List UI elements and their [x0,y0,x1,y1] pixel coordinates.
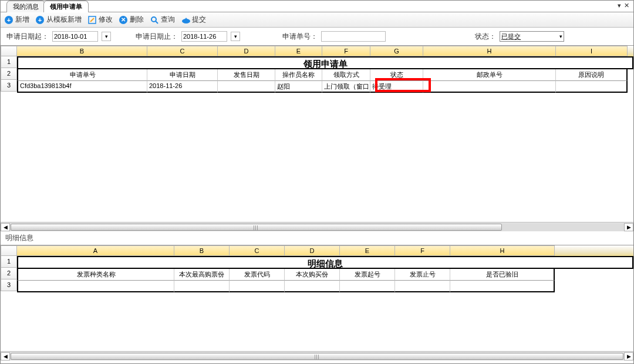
grid-corner[interactable] [1,46,17,56]
cloud-upload-icon [181,15,190,25]
hdr-order-no: 申请单号 [17,69,147,81]
col-header-H[interactable]: H [450,245,555,256]
scroll-track[interactable] [10,223,624,231]
cell-post-no[interactable] [423,81,556,93]
status-select[interactable]: 已提交 ▾ [500,31,564,42]
date-from-picker-icon[interactable]: ▾ [102,32,111,41]
query-button[interactable]: 查询 [150,15,175,25]
hdr-sale-date: 发售日期 [218,69,275,81]
row-header-1[interactable]: 1 [1,256,17,268]
hdr-operator: 操作员名称 [275,69,322,81]
delete-label: 删除 [130,15,144,25]
cell-empty[interactable] [340,281,395,292]
order-no-label: 申请单号： [282,32,318,42]
col-header-A[interactable]: A [17,245,174,256]
svg-point-1 [151,17,156,22]
delete-button[interactable]: ✕ 删除 [119,15,144,25]
hdr-invoice-code: 发票代码 [230,269,285,281]
cell-empty[interactable] [285,281,340,292]
add-button[interactable]: + 新增 [4,15,29,25]
grid-title: 领用申请单 [17,58,633,69]
date-from-input[interactable] [52,31,98,42]
col-header-E[interactable]: E [340,245,395,256]
tab-bar: 我的消息 领用申请单 ▾ ✕ [1,1,633,12]
hdr-verified: 是否已验旧 [450,269,555,281]
tab-my-messages[interactable]: 我的消息 [6,1,45,12]
cell-apply-date[interactable]: 2018-11-26 [147,81,218,93]
col-header-D[interactable]: D [285,245,340,256]
row-header-2[interactable]: 2 [1,68,17,80]
cell-pickup[interactable]: 上门领取（窗口） [322,81,370,93]
detail-grid-title: 明细信息 [17,257,633,269]
row-header-1[interactable]: 1 [1,56,17,68]
cell-sale-date[interactable] [218,81,275,93]
cell-empty[interactable] [450,281,555,292]
add-from-template-button[interactable]: + 从模板新增 [35,15,82,25]
date-to-picker-icon[interactable]: ▾ [231,32,240,41]
cell-empty[interactable] [17,281,174,292]
cell-order-no[interactable]: Cfd3ba139813b4f [17,81,147,93]
order-no-input[interactable] [321,31,386,42]
scroll-right-icon[interactable]: ▶ [624,223,633,231]
col-header-C[interactable]: C [230,245,285,256]
cell-status[interactable]: 待受理 [370,81,423,93]
col-header-F[interactable]: F [322,46,370,56]
scroll-thumb[interactable] [11,224,502,231]
col-header-E[interactable]: E [275,46,322,56]
scroll-track[interactable] [10,352,624,360]
status-label: 状态： [475,32,496,42]
col-header-G[interactable]: G [370,46,423,56]
hdr-pickup: 领取方式 [322,69,370,81]
hdr-invoice-type: 发票种类名称 [17,269,174,281]
col-header-C[interactable]: C [147,46,218,56]
cell-empty[interactable] [174,281,230,292]
scroll-right-icon[interactable]: ▶ [624,352,633,360]
detail-section-label: 明细信息 [1,231,633,245]
top-grid-pane: B C D E F G H I 1 2 3 领用申请单 [1,45,633,231]
plus-icon: + [35,15,45,25]
row-header-3[interactable]: 3 [1,80,17,92]
grid-corner[interactable] [1,245,17,256]
col-header-H[interactable]: H [423,46,556,56]
row-header-3[interactable]: 3 [1,279,17,291]
plus-icon: + [4,15,14,25]
tab-close-icon[interactable]: ✕ [623,2,630,9]
submit-button[interactable]: 提交 [181,15,206,25]
tab-application-form[interactable]: 领用申请单 [43,1,89,12]
cell-empty[interactable] [395,281,450,292]
table-row[interactable] [17,281,633,292]
hdr-max-qty: 本次最高购票份 [174,269,230,281]
scroll-left-icon[interactable]: ◀ [1,352,10,360]
row-header-2[interactable]: 2 [1,268,17,279]
col-header-B[interactable]: B [17,46,147,56]
scroll-thumb[interactable] [11,353,623,360]
col-header-D[interactable]: D [218,46,275,56]
edit-button[interactable]: 修改 [87,15,113,25]
date-to-input[interactable] [181,31,227,42]
hdr-reason: 原因说明 [556,69,628,81]
toolbar: + 新增 + 从模板新增 修改 ✕ 删除 查询 提交 [1,12,633,28]
col-header-I[interactable]: I [556,46,628,56]
col-header-B[interactable]: B [174,245,230,256]
cell-operator[interactable]: 赵阳 [275,81,322,93]
hdr-end-no: 发票止号 [395,269,450,281]
edit-label: 修改 [99,15,113,25]
hdr-start-no: 发票起号 [340,269,395,281]
bottom-h-scrollbar[interactable]: ◀ ▶ [1,351,633,360]
bottom-grid-pane: A B C D E F H 1 2 3 明细信息 [1,245,633,360]
hdr-post-no: 邮政单号 [423,69,556,81]
submit-label: 提交 [192,15,206,25]
cell-empty[interactable] [230,281,285,292]
search-icon [150,15,159,25]
hdr-status: 状态 [370,69,423,81]
chevron-down-icon: ▾ [559,33,562,39]
tab-dropdown-icon[interactable]: ▾ [616,2,622,9]
cell-reason[interactable] [556,81,628,93]
scroll-left-icon[interactable]: ◀ [1,223,10,231]
col-header-F[interactable]: F [395,245,450,256]
status-value: 已提交 [501,32,521,41]
table-row[interactable]: Cfd3ba139813b4f 2018-11-26 赵阳 上门领取（窗口） 待… [17,81,633,93]
pencil-icon [87,15,97,25]
top-h-scrollbar[interactable]: ◀ ▶ [1,222,633,231]
add-label: 新增 [15,15,29,25]
